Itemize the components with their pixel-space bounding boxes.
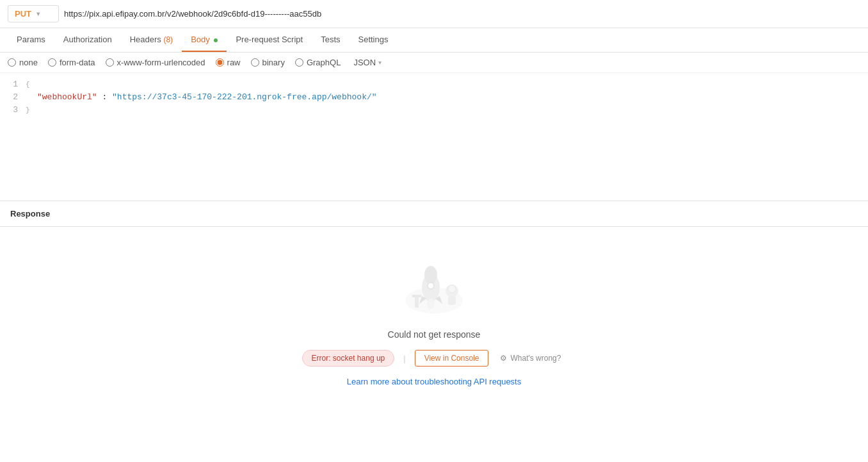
method-label: PUT [15,9,31,19]
svg-point-3 [428,283,434,289]
editor-area[interactable]: 1 { 2 "webhookUrl" : "https://37c3-45-17… [0,73,868,201]
url-bar: PUT ▾ [0,0,868,28]
code-line-1: 1 { [0,78,868,91]
response-label: Response [10,209,50,219]
svg-point-4 [427,299,435,309]
method-chevron: ▾ [36,10,40,17]
json-val-webhookurl: "https://37c3-45-170-222-201.ngrok-free.… [112,92,376,102]
line-gutter-1: { [26,78,35,91]
body-options: none form-data x-www-form-urlencoded raw… [0,53,868,73]
option-binary[interactable]: binary [251,58,285,67]
line-gutter-3: } [26,104,35,117]
body-dot [214,38,218,42]
json-key-webhookurl: "webhookUrl" [37,92,97,102]
tab-authorization[interactable]: Authorization [54,28,121,52]
json-colon: : [102,92,107,102]
tabs-bar: Params Authorization Headers (8) Body Pr… [0,28,868,53]
whats-wrong-icon: ⚙ [500,354,507,363]
line-number-3: 3 [0,104,26,117]
json-chevron: ▾ [378,59,382,66]
option-raw[interactable]: raw [216,58,241,67]
code-line-2: 2 "webhookUrl" : "https://37c3-45-170-22… [0,91,868,104]
view-console-button[interactable]: View in Console [415,350,489,367]
line-number-2: 2 [0,91,26,104]
svg-rect-7 [448,296,456,305]
response-section: Response [0,201,868,227]
line-content-2: "webhookUrl" : "https://37c3-45-170-222-… [35,91,868,104]
error-badge: Error: socket hang up [302,350,395,367]
rocket-illustration [396,252,472,317]
option-graphql[interactable]: GraphQL [295,58,341,67]
headers-badge: (8) [163,35,173,44]
error-message: Could not get response [388,329,481,340]
svg-point-2 [424,266,437,284]
tab-settings[interactable]: Settings [350,28,398,52]
svg-point-6 [448,285,456,293]
learn-more-link[interactable]: Learn more about troubleshooting API req… [347,377,521,386]
tab-body[interactable]: Body [182,28,227,52]
tab-tests[interactable]: Tests [312,28,349,52]
tab-headers[interactable]: Headers (8) [121,28,182,52]
svg-rect-8 [415,296,419,308]
url-input[interactable] [64,6,860,21]
divider: | [403,354,405,363]
option-urlencoded[interactable]: x-www-form-urlencoded [106,58,205,67]
error-actions: Error: socket hang up | View in Console … [302,350,567,367]
response-body: Could not get response Error: socket han… [0,227,868,399]
option-none[interactable]: none [8,58,38,67]
code-line-3: 3 } [0,104,868,117]
whats-wrong-button[interactable]: ⚙ What's wrong? [495,351,566,366]
option-form-data[interactable]: form-data [48,58,95,67]
line-number-1: 1 [0,78,26,91]
tab-pre-request[interactable]: Pre-request Script [227,28,312,52]
json-dropdown[interactable]: JSON ▾ [353,58,382,67]
method-selector[interactable]: PUT ▾ [8,5,59,22]
tab-params[interactable]: Params [8,28,54,52]
svg-rect-9 [412,295,421,297]
